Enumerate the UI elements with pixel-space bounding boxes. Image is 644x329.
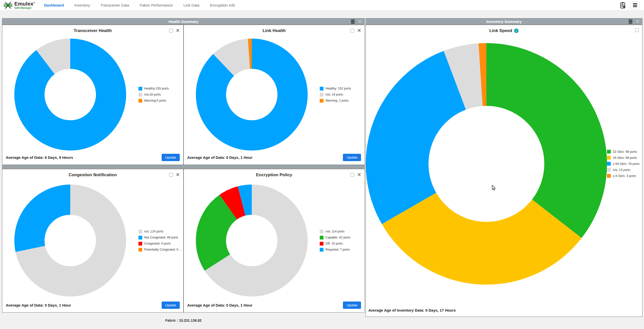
legend-item[interactable]: Healthy:155 ports [138,87,181,91]
legend-swatch [607,168,611,172]
legend-item[interactable]: n/a: 19 ports [320,93,363,97]
inventory-summary-header[interactable]: Inventory Summary ✕ [366,18,642,25]
legend-swatch [607,174,611,178]
emulex-logo: Emulex® SAN Manager [4,1,35,10]
panel-checkbox[interactable] [350,173,354,177]
legend-item[interactable]: Warning:0 ports [138,99,181,103]
legend-swatch [607,150,611,154]
link-speed-donut[interactable] [366,43,607,285]
legend-label: Congested: 0 ports [144,242,171,245]
legend-item[interactable]: n/a:18 ports [138,93,181,97]
legend-swatch [138,236,142,240]
health-summary-close-icon[interactable]: ✕ [358,19,362,24]
legend-item[interactable]: Capable: 42 ports [320,236,363,240]
chart-title: Link Health [263,28,286,33]
brand-name: Emulex® [14,1,35,6]
tab-transceiver-data[interactable]: Transceiver Data [100,3,129,7]
panel-checkbox[interactable] [169,29,173,33]
legend-label: n/a: 114 ports [326,230,345,233]
chart-legend: 32 Gb/s: 98 ports16 Gb/s: 86 ports≥ 64 G… [607,150,642,178]
legend-swatch [138,242,142,246]
legend-label: Capable: 42 ports [326,236,350,239]
legend-swatch [138,99,142,103]
info-icon[interactable]: i [514,28,519,33]
encryption-policy-donut[interactable] [196,185,308,296]
legend-swatch [607,162,611,166]
menu-icon [633,3,637,7]
tab-encryption-info[interactable]: Encryption Info [210,3,235,7]
legend-item[interactable]: Warning: 2 ports [320,99,363,103]
health-summary-header[interactable]: Health Summary ✕ [2,18,365,25]
update-button[interactable]: Update [343,154,361,161]
panel-checkbox[interactable] [169,173,173,177]
inventory-summary-title: Inventory Summary [486,19,522,24]
legend-label: Warning: 2 ports [326,99,348,102]
legend-item[interactable]: Required: 7 ports [320,248,363,252]
legend-item[interactable]: Potentially Congested: 0 ... [138,248,181,252]
panel-checkbox[interactable] [635,28,639,32]
health-summary-widget: Health Summary ✕ Transceiver Health ✕ He… [2,18,365,313]
encryption-policy-panel: Encryption Policy ✕ n/a: 114 portsCapabl… [184,169,365,313]
legend-label: Warning:0 ports [144,99,166,102]
update-button[interactable]: Update [162,302,180,309]
panel-close-icon[interactable]: ✕ [357,28,361,33]
panel-close-icon[interactable]: ✕ [176,172,180,177]
legend-item[interactable]: Congested: 0 ports [138,242,181,246]
legend-item[interactable]: ≥ 64 Gb/s: 76 ports [607,162,641,166]
data-age-text: Average Age of Data: 6 Days, 9 Hours [6,155,73,160]
legend-label: 32 Gb/s: 98 ports [613,150,637,154]
update-button[interactable]: Update [343,302,361,309]
legend-item[interactable]: ≤ 8 Gb/s: 3 ports [607,174,641,178]
legend-swatch [320,87,324,91]
congestion-notification-donut[interactable] [14,185,126,296]
report-settings-icon[interactable] [619,2,626,9]
chart-legend: n/a: 114 portsCapable: 42 portsOff: 10 p… [320,230,365,252]
legend-swatch [607,156,611,160]
chart-legend: Healthy:155 portsn/a:18 portsWarning:0 p… [138,87,183,103]
link-health-donut[interactable] [196,39,308,151]
legend-swatch [320,93,324,97]
tab-fabric-performance[interactable]: Fabric Performance [140,3,173,7]
health-summary-menu-icon[interactable] [351,20,355,23]
legend-label: ≥ 64 Gb/s: 76 ports [613,162,639,166]
panel-close-icon[interactable]: ✕ [176,28,180,33]
nav-tabs: Dashboard Inventory Transceiver Data Fab… [44,3,235,7]
legend-item[interactable]: 16 Gb/s: 86 ports [607,156,641,160]
legend-item[interactable]: n/a: 124 ports [138,230,181,233]
chart-title: Congestion Notification [68,172,117,177]
legend-item[interactable]: Not Congested: 49 ports [138,236,181,240]
emulex-logo-icon [4,1,13,10]
legend-swatch [138,248,142,252]
tab-inventory[interactable]: Inventory [74,3,90,7]
legend-label: n/a: 19 ports [326,93,343,96]
update-button[interactable]: Update [162,154,180,161]
panel-close-icon[interactable]: ✕ [357,172,361,177]
legend-item[interactable]: n/a: 114 ports [320,230,363,233]
chart-title: Transceiver Health [74,28,112,33]
inventory-summary-close-icon[interactable]: ✕ [635,19,640,24]
inventory-summary-menu-icon[interactable] [629,20,632,23]
chart-title: Encryption Policy [256,172,292,177]
inventory-data-age-text: Average Age of Inventory Data: 0 Days, 1… [368,308,456,312]
legend-item[interactable]: 32 Gb/s: 98 ports [607,150,641,154]
legend-swatch [320,248,324,252]
chart-title: Link Speed [489,28,512,33]
legend-item[interactable]: Off: 10 ports [320,242,363,246]
legend-swatch [320,242,324,246]
panel-checkbox[interactable] [350,29,354,33]
tab-dashboard[interactable]: Dashboard [44,3,64,7]
legend-label: Off: 10 ports [326,242,343,245]
link-health-panel: Link Health ✕ Healthy: 152 portsn/a: 19 … [184,25,365,165]
transceiver-health-donut[interactable] [14,39,126,151]
data-age-text: Average Age of Data: 0 Days, 1 Hour [187,303,253,307]
brand-subtitle: SAN Manager [14,7,35,9]
legend-item[interactable]: Healthy: 152 ports [320,87,363,91]
congestion-notification-panel: Congestion Notification ✕ n/a: 124 ports… [2,169,184,313]
tab-link-data[interactable]: Link Data [183,3,199,7]
legend-label: Required: 7 ports [326,248,350,251]
legend-item[interactable]: n/a: 13 ports [607,168,641,172]
top-navigation-bar: Emulex® SAN Manager Dashboard Inventory … [0,0,644,11]
legend-label: Healthy:155 ports [144,87,169,90]
legend-label: n/a: 13 ports [613,168,630,172]
app-menu-button[interactable] [630,1,639,9]
